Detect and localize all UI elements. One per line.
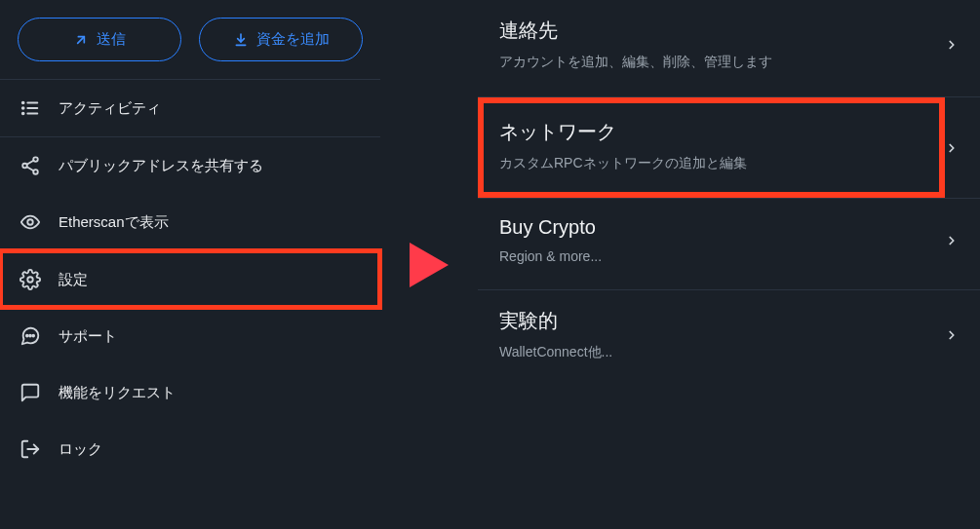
menu-item-label: サポート <box>59 327 117 346</box>
share-icon <box>20 155 41 176</box>
add-funds-button-label: 資金を追加 <box>256 30 330 49</box>
svg-line-11 <box>27 161 34 165</box>
logout-icon <box>20 438 41 460</box>
svg-point-2 <box>22 102 24 104</box>
download-icon <box>233 32 249 48</box>
menu-item-activity[interactable]: アクティビティ <box>0 79 380 136</box>
svg-point-17 <box>32 335 34 337</box>
send-button-label: 送信 <box>97 30 126 49</box>
menu-item-feature-request[interactable]: 機能をリクエスト <box>0 364 380 421</box>
settings-text-block: Buy Crypto Region & more... <box>499 216 602 264</box>
menu-item-etherscan[interactable]: Etherscanで表示 <box>0 194 380 250</box>
settings-panel: 連絡先 アカウントを追加、編集、削除、管理します ネットワーク カスタムRPCネ… <box>478 0 980 529</box>
action-button-row: 送信 資金を追加 <box>0 0 380 79</box>
menu-item-label: パブリックアドレスを共有する <box>59 157 263 175</box>
settings-subtitle: アカウントを追加、編集、削除、管理します <box>499 54 772 71</box>
svg-point-16 <box>29 335 31 337</box>
settings-text-block: 連絡先 アカウントを追加、編集、削除、管理します <box>499 18 772 71</box>
list-icon <box>20 97 41 119</box>
settings-item-experimental[interactable]: 実験的 WalletConnect他... <box>478 290 980 387</box>
chevron-right-icon <box>945 34 959 56</box>
message-square-icon <box>20 382 41 403</box>
settings-title: 実験的 <box>499 308 612 334</box>
menu-list: アクティビティ パブリックアドレスを共有する Etherscanで表示 設定 サ <box>0 79 380 477</box>
settings-list: 連絡先 アカウントを追加、編集、削除、管理します ネットワーク カスタムRPCネ… <box>478 0 980 387</box>
settings-title: ネットワーク <box>499 119 923 145</box>
settings-text-block: 実験的 WalletConnect他... <box>499 308 612 361</box>
flow-arrow <box>380 0 478 529</box>
menu-item-lock[interactable]: ロック <box>0 421 380 477</box>
menu-item-share-address[interactable]: パブリックアドレスを共有する <box>0 136 380 194</box>
svg-point-13 <box>27 219 33 225</box>
play-arrow-icon <box>405 238 453 292</box>
gear-icon <box>20 269 41 290</box>
settings-item-contacts[interactable]: 連絡先 アカウントを追加、編集、削除、管理します <box>478 0 980 97</box>
chevron-right-icon <box>945 137 980 159</box>
chat-bubble-icon <box>20 325 41 347</box>
svg-line-0 <box>78 36 85 43</box>
menu-item-label: ロック <box>59 440 102 459</box>
svg-point-14 <box>27 277 33 283</box>
settings-network-highlight: ネットワーク カスタムRPCネットワークの追加と編集 <box>478 97 945 198</box>
svg-point-6 <box>22 113 24 115</box>
send-button[interactable]: 送信 <box>18 18 181 61</box>
menu-item-label: 設定 <box>59 271 88 289</box>
settings-title: Buy Crypto <box>499 216 602 239</box>
settings-item-buy-crypto[interactable]: Buy Crypto Region & more... <box>478 199 980 290</box>
settings-item-network[interactable]: ネットワーク カスタムRPCネットワークの追加と編集 <box>478 97 980 199</box>
add-funds-button[interactable]: 資金を追加 <box>199 18 363 61</box>
settings-subtitle: Region & more... <box>499 248 602 264</box>
send-arrow-icon <box>73 32 89 48</box>
eye-icon <box>20 211 41 233</box>
svg-point-15 <box>26 335 28 337</box>
menu-item-support[interactable]: サポート <box>0 308 380 364</box>
menu-item-label: アクティビティ <box>59 99 161 118</box>
settings-subtitle: カスタムRPCネットワークの追加と編集 <box>499 155 923 172</box>
chevron-right-icon <box>945 230 959 251</box>
svg-marker-19 <box>410 243 449 287</box>
menu-item-settings[interactable]: 設定 <box>0 250 380 308</box>
settings-subtitle: WalletConnect他... <box>499 344 612 361</box>
svg-point-4 <box>22 107 24 109</box>
menu-item-label: 機能をリクエスト <box>59 384 176 402</box>
menu-item-label: Etherscanで表示 <box>59 213 169 232</box>
svg-line-12 <box>27 167 34 170</box>
settings-title: 連絡先 <box>499 18 772 44</box>
chevron-right-icon <box>945 324 959 346</box>
left-menu-panel: 送信 資金を追加 アクティビティ パブリックアドレスを共有する Eth <box>0 0 380 529</box>
